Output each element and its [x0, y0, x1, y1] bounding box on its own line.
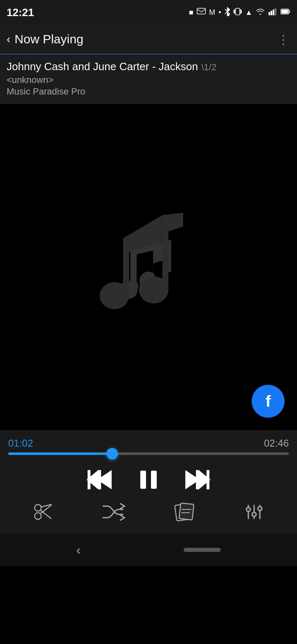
progress-track[interactable]	[8, 452, 289, 455]
secondary-controls	[0, 497, 297, 528]
top-bar: ‹ Now Playing ⋮	[0, 25, 297, 54]
system-back-button[interactable]: ‹	[76, 542, 81, 558]
menu-button[interactable]: ⋮	[277, 32, 290, 47]
album-art-area: f	[0, 104, 297, 430]
next-button[interactable]	[182, 467, 210, 492]
status-time: 12:21	[7, 6, 34, 19]
facebook-button[interactable]: f	[252, 385, 285, 418]
back-button[interactable]: ‹ Now Playing	[7, 32, 83, 46]
wifi-icon	[256, 8, 265, 17]
svg-rect-22	[196, 470, 199, 490]
svg-rect-12	[282, 9, 288, 13]
equalizer-button[interactable]	[243, 501, 265, 523]
notification-dot: •	[219, 8, 221, 17]
svg-rect-16	[98, 470, 101, 490]
song-title: Johnny Cash and June Carter - Jackson	[7, 60, 198, 73]
back-chevron-icon: ‹	[7, 33, 10, 46]
svg-point-38	[258, 507, 262, 511]
equalizer-icon	[243, 501, 265, 523]
song-artist: <unknown>	[7, 75, 290, 85]
main-controls	[0, 467, 297, 497]
screen-title: Now Playing	[14, 32, 83, 46]
facebook-icon: f	[266, 393, 271, 410]
scissors-icon	[32, 501, 54, 523]
svg-rect-7	[271, 11, 272, 15]
signal-icon	[268, 8, 277, 17]
shuffle-button[interactable]	[101, 503, 126, 521]
battery-icon	[280, 8, 290, 17]
svg-point-36	[252, 512, 256, 516]
status-icons: ■ M •	[189, 7, 290, 18]
progress-fill	[8, 452, 112, 455]
svg-line-27	[40, 510, 51, 519]
current-time: 01:02	[8, 438, 33, 449]
previous-button[interactable]	[87, 467, 116, 492]
controls-area	[0, 461, 297, 533]
pause-button[interactable]	[136, 467, 161, 492]
svg-point-34	[246, 507, 250, 511]
svg-rect-18	[140, 471, 146, 489]
arrow-up-icon: ▲	[245, 8, 252, 17]
bluetooth-icon	[224, 7, 230, 18]
progress-thumb[interactable]	[106, 448, 118, 459]
gmail-icon: M	[209, 8, 215, 17]
svg-rect-19	[151, 471, 157, 489]
message-icon	[197, 8, 206, 17]
shuffle-icon	[101, 503, 126, 521]
song-source: Music Paradise Pro	[7, 86, 290, 97]
status-bar: 12:21 ■ M •	[0, 0, 297, 25]
svg-rect-6	[269, 12, 270, 15]
progress-area: 01:02 02:46	[0, 430, 297, 461]
svg-rect-0	[197, 8, 205, 14]
vibrate-icon	[233, 7, 242, 18]
svg-rect-8	[273, 9, 274, 15]
svg-rect-9	[275, 8, 276, 15]
total-time: 02:46	[264, 438, 289, 449]
track-number: \1/2	[201, 62, 217, 73]
song-info: Johnny Cash and June Carter - Jackson \1…	[0, 54, 297, 104]
stop-icon: ■	[189, 8, 193, 17]
nav-bar: ‹	[0, 533, 297, 566]
scissors-button[interactable]	[32, 501, 54, 523]
music-note-main	[91, 204, 206, 319]
playlist-icon	[174, 501, 196, 523]
time-row: 01:02 02:46	[8, 438, 289, 449]
svg-rect-30	[179, 503, 194, 520]
svg-rect-1	[236, 8, 240, 15]
home-indicator[interactable]	[184, 548, 221, 552]
playlist-button[interactable]	[174, 501, 196, 523]
